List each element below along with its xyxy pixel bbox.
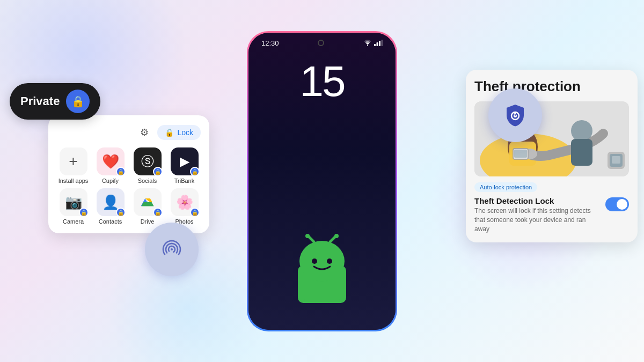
svg-rect-3 [374, 44, 376, 46]
auto-lock-badge: Auto-lock protection [474, 182, 537, 192]
status-bar: 12:30 [248, 33, 396, 49]
phone-container: 12:30 [247, 31, 397, 331]
camera-label: Camera [63, 218, 84, 225]
app-grid-panel: ⚙ 🔒 Lock + Install apps ❤️ 🔒 Cupify ⓢ 🔒 … [48, 115, 209, 233]
svg-point-12 [305, 234, 310, 238]
contacts-label: Contacts [99, 218, 122, 225]
tribank-icon: ▶ 🔒 [171, 147, 199, 175]
svg-rect-15 [304, 299, 316, 303]
phone-wrapper: 12:30 [247, 31, 397, 331]
theft-detection-toggle[interactable]: ✓ [605, 197, 629, 211]
app-item-camera[interactable]: 📷 🔒 Camera [57, 188, 90, 225]
time-display: 12:30 [261, 39, 279, 47]
svg-point-10 [327, 258, 332, 264]
install-apps-label: Install apps [58, 178, 89, 184]
svg-rect-16 [328, 299, 340, 303]
theft-detection-text: Theft Detection Lock The screen will loc… [474, 196, 600, 233]
app-grid: + Install apps ❤️ 🔒 Cupify ⓢ 🔒 Socials ▶… [57, 147, 201, 225]
private-label: Private [20, 94, 60, 108]
svg-point-1 [171, 248, 173, 250]
svg-point-8 [299, 241, 345, 282]
app-item-install[interactable]: + Install apps [57, 147, 90, 184]
drive-icon: 🔒 [134, 188, 162, 216]
svg-line-13 [330, 237, 335, 242]
install-apps-icon: + [60, 147, 87, 175]
panel-header: ⚙ 🔒 Lock [57, 124, 201, 141]
svg-point-19 [514, 112, 516, 114]
socials-lock-badge: 🔒 [153, 167, 163, 176]
svg-point-14 [334, 234, 339, 238]
svg-rect-34 [612, 156, 620, 164]
app-item-tribank[interactable]: ▶ 🔒 TriBank [168, 147, 201, 184]
camera-lock-badge: 🔒 [79, 208, 89, 217]
app-item-contacts[interactable]: 👤 🔒 Contacts [94, 188, 127, 225]
svg-point-9 [312, 258, 317, 264]
svg-rect-6 [381, 40, 383, 46]
lock-circle: 🔒 [66, 90, 90, 113]
camera-icon: 📷 🔒 [60, 188, 87, 216]
settings-button[interactable]: ⚙ [136, 124, 153, 141]
photos-lock-badge: 🔒 [190, 208, 200, 217]
status-icons [363, 40, 383, 46]
app-item-photos[interactable]: 🌸 🔒 Photos [168, 188, 201, 225]
svg-rect-4 [376, 42, 378, 46]
svg-rect-29 [514, 150, 527, 158]
svg-point-2 [367, 45, 368, 46]
wifi-icon [363, 40, 372, 46]
theft-protection-card: Theft protection [466, 70, 638, 242]
lock-icon: 🔒 [71, 95, 85, 108]
photos-icon: 🌸 🔒 [171, 188, 199, 216]
camera-notch [318, 40, 324, 46]
drive-lock-badge: 🔒 [153, 208, 163, 217]
lock-button[interactable]: 🔒 Lock [157, 125, 201, 140]
drive-label: Drive [141, 218, 155, 225]
app-item-cupify[interactable]: ❤️ 🔒 Cupify [94, 147, 127, 184]
theft-detection-title: Theft Detection Lock [474, 196, 600, 205]
signal-icon [374, 40, 383, 46]
theft-detection-row: Theft Detection Lock The screen will loc… [474, 196, 629, 233]
tribank-label: TriBank [174, 178, 195, 184]
theft-card-title: Theft protection [474, 78, 629, 95]
contacts-icon: 👤 🔒 [97, 188, 125, 216]
socials-icon: ⓢ 🔒 [134, 147, 162, 175]
fingerprint-circle[interactable] [145, 223, 199, 276]
theft-detection-desc: The screen will lock if this setting det… [474, 206, 600, 233]
svg-point-30 [571, 120, 592, 142]
contacts-lock-badge: 🔒 [116, 208, 126, 217]
private-space-pill[interactable]: Private 🔒 [10, 83, 100, 120]
cupify-lock-badge: 🔒 [116, 167, 126, 176]
svg-rect-5 [379, 41, 380, 46]
android-mascot [282, 233, 362, 303]
svg-line-11 [309, 237, 314, 242]
tribank-lock-badge: 🔒 [190, 167, 200, 176]
gear-icon: ⚙ [140, 127, 149, 138]
phone-clock: 15 [248, 49, 396, 108]
cupify-label: Cupify [102, 178, 119, 184]
shield-circle [488, 88, 542, 142]
app-item-drive[interactable]: 🔒 Drive [131, 188, 164, 225]
lock-btn-icon: 🔒 [165, 128, 174, 137]
lock-btn-label: Lock [177, 128, 193, 137]
app-item-socials[interactable]: ⓢ 🔒 Socials [131, 147, 164, 184]
cupify-icon: ❤️ 🔒 [97, 147, 125, 175]
toggle-checkmark: ✓ [621, 201, 626, 208]
svg-rect-31 [571, 139, 592, 166]
socials-label: Socials [138, 178, 157, 184]
